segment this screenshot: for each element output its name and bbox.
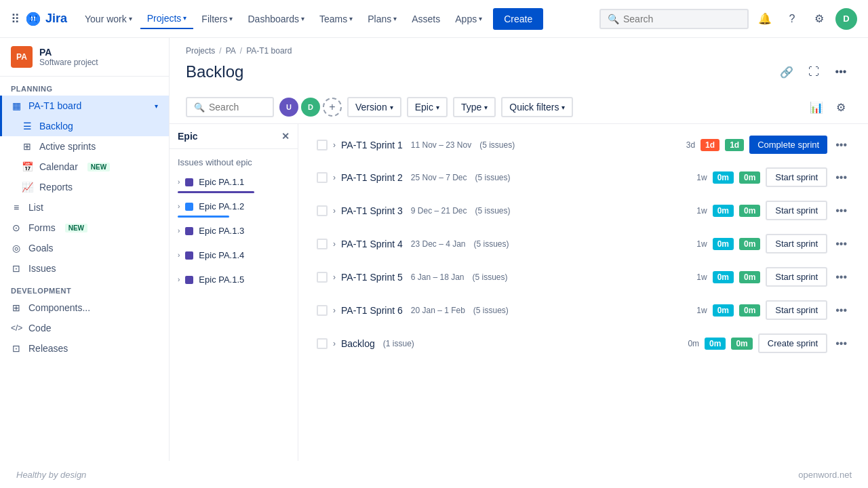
backlog-search-input[interactable] [209, 102, 266, 113]
start-sprint-button[interactable]: Start sprint [766, 300, 827, 320]
chart-view-button[interactable]: 📊 [806, 96, 827, 118]
code-label: Code [28, 323, 51, 333]
jira-logo-icon [25, 11, 41, 27]
backlog-search-box[interactable]: 🔍 [186, 97, 274, 117]
sprint-checkbox[interactable] [317, 205, 328, 216]
sprint-more-button[interactable]: ••• [833, 303, 850, 318]
sprint-badge2: 0m [739, 271, 760, 283]
breadcrumb-projects[interactable]: Projects [186, 46, 215, 56]
avatar-user2[interactable]: D [301, 98, 320, 117]
expand-button[interactable]: ⛶ [803, 61, 825, 83]
sprint-checkbox[interactable] [317, 305, 328, 316]
sprint-more-button[interactable]: ••• [833, 336, 850, 351]
epic-chevron: › [178, 276, 180, 283]
teams-nav[interactable]: Teams ▾ [313, 9, 359, 28]
plans-nav[interactable]: Plans ▾ [361, 9, 403, 28]
footer: Healthy by design openword.net [0, 461, 868, 488]
apps-nav[interactable]: Apps ▾ [448, 9, 489, 28]
share-button[interactable]: 🔗 [776, 61, 797, 83]
notifications-button[interactable]: 🔔 [754, 8, 776, 30]
sprint-more-button[interactable]: ••• [833, 138, 850, 152]
sprint-expand-icon[interactable]: › [333, 306, 336, 315]
create-sprint-button[interactable]: Create sprint [758, 333, 827, 353]
avatar-user1[interactable]: U [279, 98, 298, 117]
assets-nav[interactable]: Assets [405, 9, 447, 28]
sprint-expand-icon[interactable]: › [333, 140, 336, 150]
sidebar-item-active-sprints[interactable]: ⊞ Active sprints [0, 136, 169, 157]
sprint-expand-icon[interactable]: › [333, 272, 336, 282]
sidebar-item-list[interactable]: ≡ List [0, 197, 169, 218]
calendar-label: Calendar [39, 161, 78, 172]
sprint-name: PA-T1 Sprint 3 [341, 205, 403, 216]
start-sprint-button[interactable]: Start sprint [766, 234, 827, 253]
sprint-expand-icon[interactable]: › [333, 339, 336, 348]
sprint-more-button[interactable]: ••• [833, 170, 850, 185]
settings-view-button[interactable]: ⚙ [830, 96, 852, 118]
sprint-checkbox[interactable] [317, 272, 328, 283]
sprint-checkbox[interactable] [317, 140, 328, 150]
global-search-box[interactable]: 🔍 [599, 9, 749, 29]
project-info: PA Software project [39, 47, 98, 67]
add-member-button[interactable]: + [323, 98, 342, 117]
sidebar-item-forms[interactable]: ⊙ Forms NEW [0, 218, 169, 238]
filters-nav[interactable]: Filters ▾ [195, 9, 239, 28]
sidebar-item-components[interactable]: ⊞ Components... [0, 298, 169, 318]
sprint-expand-icon[interactable]: › [333, 206, 336, 216]
sprint-checkbox[interactable] [317, 239, 328, 249]
issues-without-epic[interactable]: Issues without epic [170, 152, 298, 173]
sprint-dates: 11 Nov – 23 Nov [411, 140, 471, 150]
breadcrumb-pa[interactable]: PA [226, 46, 236, 56]
epic-item-pa12[interactable]: › Epic PA.1.2 [170, 197, 298, 218]
sidebar-item-goals[interactable]: ◎ Goals [0, 238, 169, 258]
your-work-nav[interactable]: Your work ▾ [78, 9, 139, 28]
jira-logo[interactable]: Jira [25, 11, 67, 27]
create-button[interactable]: Create [493, 8, 543, 30]
sidebar-item-backlog[interactable]: ☰ Backlog [0, 116, 169, 136]
epic-item-pa14[interactable]: › Epic PA.1.4 [170, 246, 298, 266]
sidebar-item-releases[interactable]: ⊡ Releases [0, 338, 169, 359]
more-options-button[interactable]: ••• [830, 61, 852, 83]
sprint-time: 1w [696, 272, 707, 282]
help-button[interactable]: ? [781, 8, 803, 30]
sprint-row-sprint6: › PA-T1 Sprint 6 20 Jan – 1 Feb (5 issue… [309, 294, 857, 326]
sprint-more-button[interactable]: ••• [833, 237, 850, 251]
board-label: PA-T1 board [28, 100, 81, 111]
grid-icon[interactable]: ⠿ [11, 12, 20, 26]
start-sprint-button[interactable]: Start sprint [766, 167, 827, 187]
sprint-expand-icon[interactable]: › [333, 173, 336, 182]
breadcrumb-board[interactable]: PA-T1 board [246, 46, 292, 56]
sidebar-item-board[interactable]: ▦ PA-T1 board ▾ [0, 96, 169, 116]
complete-sprint-button[interactable]: Complete sprint [749, 136, 827, 154]
sidebar-item-issues[interactable]: ⊡ Issues [0, 258, 169, 279]
version-filter[interactable]: Version ▾ [347, 97, 401, 117]
sprint-expand-icon[interactable]: › [333, 239, 336, 249]
sprint-checkbox[interactable] [317, 338, 328, 349]
sprint-right: 1w 0m 0m Start sprint ••• [696, 267, 850, 287]
start-sprint-button[interactable]: Start sprint [766, 267, 827, 287]
settings-button[interactable]: ⚙ [808, 8, 830, 30]
breadcrumb: Projects / PA / PA-T1 board [170, 38, 868, 58]
sprint-more-button[interactable]: ••• [833, 270, 850, 285]
epic-item-pa15[interactable]: › Epic PA.1.5 [170, 270, 298, 291]
sprint-checkbox[interactable] [317, 172, 328, 183]
search-icon: 🔍 [608, 14, 619, 24]
quick-filters-button[interactable]: Quick filters ▾ [501, 97, 573, 117]
epic-item-pa13[interactable]: › Epic PA.1.3 [170, 222, 298, 242]
search-input[interactable] [623, 14, 741, 24]
sidebar-item-calendar[interactable]: 📅 Calendar NEW [0, 157, 169, 177]
sprint-more-button[interactable]: ••• [833, 203, 850, 218]
sidebar-item-reports[interactable]: 📈 Reports [0, 177, 169, 197]
board-icon: ▦ [11, 100, 22, 111]
start-sprint-button[interactable]: Start sprint [766, 201, 827, 220]
list-label: List [28, 202, 43, 213]
type-filter[interactable]: Type ▾ [453, 97, 496, 117]
dashboards-nav[interactable]: Dashboards ▾ [241, 9, 311, 28]
sidebar-item-code[interactable]: </> Code [0, 318, 169, 338]
projects-nav[interactable]: Projects ▾ [140, 9, 194, 29]
epic-item-pa11[interactable]: › Epic PA.1.1 [170, 173, 298, 193]
user-avatar[interactable]: D [835, 8, 857, 30]
epic-filter[interactable]: Epic ▾ [407, 97, 448, 117]
epic-panel-close[interactable]: ✕ [281, 131, 290, 142]
sprint-time: 1w [696, 173, 707, 182]
issues-label: Issues [28, 263, 56, 274]
